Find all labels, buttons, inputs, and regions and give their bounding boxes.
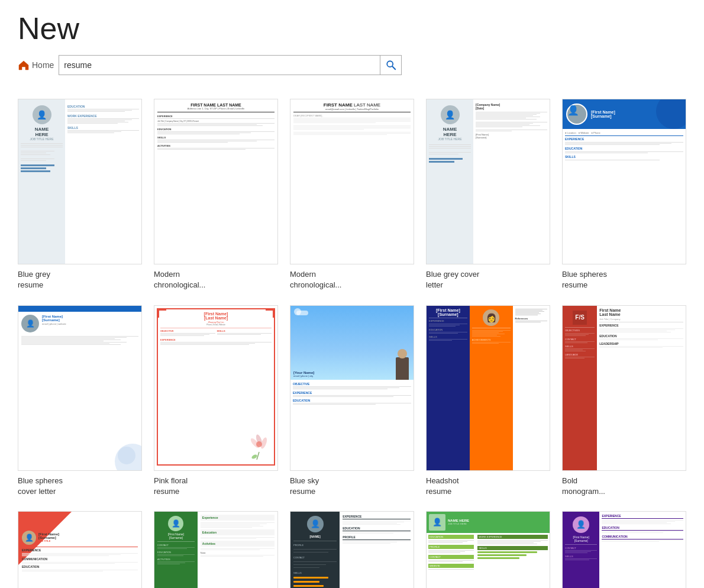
template-thumbnail: FIRST NAME LAST NAME Address Line 1, Cit…	[154, 99, 278, 264]
page-title: New	[18, 12, 686, 46]
template-label: Blue spheresresume	[562, 269, 686, 290]
template-item[interactable]: 👤 [First Name][Surname] ● Location● Webs…	[562, 99, 686, 290]
template-thumbnail: [First Name] [Last Name] Zhuang Rui Lin …	[154, 305, 278, 471]
template-item[interactable]: [Your Name] email | phone | city OBJECTI…	[290, 305, 414, 497]
template-item[interactable]: 👤 [First Name][Surname] email | phone | …	[18, 305, 142, 497]
template-thumbnail: 👤 NAMEHERE JOB TITLE HERE	[426, 99, 550, 264]
template-item[interactable]: 👤 [First Name][Surname] JOB TITLE EXPERI…	[18, 511, 142, 588]
template-label: Modernchronological...	[154, 269, 278, 290]
template-thumbnail: FIRST NAME LAST NAME email@email.com | L…	[290, 99, 414, 264]
template-thumbnail: 👤 [First Name][Surname] JOB TITLE EXPERI…	[18, 511, 142, 588]
template-thumbnail: 👤 [NAME] PROFILE CONTACT SKILLS	[290, 511, 414, 588]
template-item[interactable]: 👤 [NAME] PROFILE CONTACT SKILLS	[290, 511, 414, 588]
page-header: New Home	[0, 0, 704, 93]
template-label: Modernchronological...	[290, 269, 414, 290]
template-item[interactable]: FIRST NAME LAST NAME Address Line 1, Cit…	[154, 99, 278, 290]
template-thumbnail: 👤 [First Name][Surname] CONTACT EDUCATIO…	[154, 511, 278, 588]
template-thumbnail: 👤 NAMEHERE JOB TITLE HERE	[18, 99, 142, 264]
search-button[interactable]	[380, 56, 401, 75]
home-icon	[18, 59, 30, 71]
template-item[interactable]: [First Name] [Last Name] Zhuang Rui Lin …	[154, 305, 278, 497]
template-label: Blue greyresume	[18, 269, 142, 290]
template-label: Blue spherescover letter	[18, 476, 142, 497]
template-thumbnail: 👤 [First Name][Surname] email | phone | …	[18, 305, 142, 471]
template-thumbnail: [First Name][Surname] EXPERIENCE EDUCATI…	[426, 305, 550, 471]
template-thumbnail: F/S OBJECTIVES CONTACT SKILLS LANGUAGE	[562, 305, 686, 471]
home-label: Home	[32, 60, 54, 70]
template-item[interactable]: [First Name][Surname] EXPERIENCE EDUCATI…	[426, 305, 550, 497]
template-label: Blue grey coverletter	[426, 269, 550, 290]
svg-point-5	[256, 441, 262, 447]
template-item[interactable]: 👤 NAME HERE JOB TITLE HERE EDUCATION PRO…	[426, 511, 550, 588]
template-thumbnail: [Your Name] email | phone | city OBJECTI…	[290, 305, 414, 471]
template-thumbnail: 👤 [First Name][Surname] CONTACT SKILLS E…	[562, 511, 686, 588]
template-item[interactable]: 👤 [First Name][Surname] CONTACT SKILLS E…	[562, 511, 686, 588]
template-thumbnail: 👤 NAME HERE JOB TITLE HERE EDUCATION PRO…	[426, 511, 550, 588]
template-item[interactable]: FIRST NAME LAST NAME email@email.com | L…	[290, 99, 414, 290]
template-item[interactable]: F/S OBJECTIVES CONTACT SKILLS LANGUAGE	[562, 305, 686, 497]
template-item[interactable]: 👤 NAMEHERE JOB TITLE HERE	[426, 99, 550, 290]
template-item[interactable]: 👤 NAMEHERE JOB TITLE HERE	[18, 99, 142, 290]
template-label: Boldmonogram...	[562, 476, 686, 497]
search-icon	[386, 60, 396, 70]
templates-grid: 👤 NAMEHERE JOB TITLE HERE	[0, 93, 704, 588]
template-label: Pink floralresume	[154, 476, 278, 497]
home-link[interactable]: Home	[18, 59, 54, 71]
search-bar: Home	[18, 55, 686, 75]
svg-line-1	[392, 66, 395, 69]
template-label: Headshotresume	[426, 476, 550, 497]
search-input[interactable]	[59, 56, 380, 75]
template-thumbnail: 👤 [First Name][Surname] ● Location● Webs…	[562, 99, 686, 264]
template-label: Blue skyresume	[290, 476, 414, 497]
template-item[interactable]: 👤 [First Name][Surname] CONTACT EDUCATIO…	[154, 511, 278, 588]
search-input-container	[59, 55, 402, 75]
